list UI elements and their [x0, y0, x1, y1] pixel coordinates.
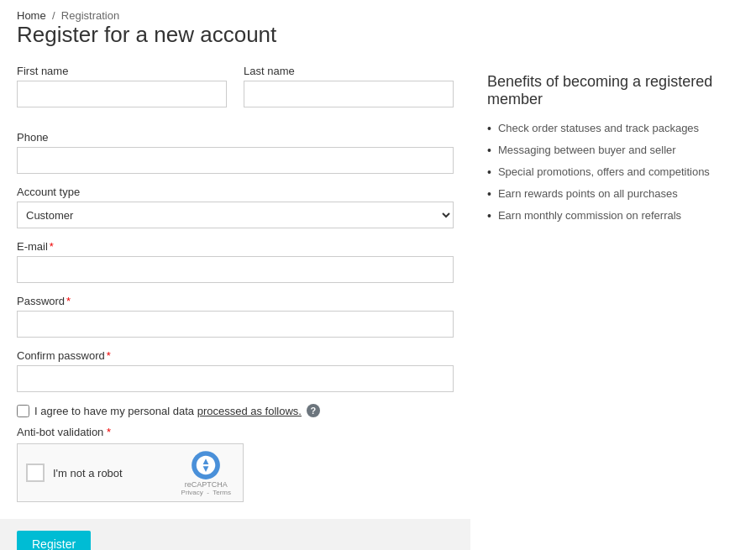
- benefit-item-0: Check order statuses and track packages: [487, 122, 739, 135]
- register-button[interactable]: Register: [17, 531, 91, 550]
- email-label: E-mail*: [17, 240, 454, 253]
- antibot-group: Anti-bot validation * I'm not a robot re…: [17, 426, 454, 502]
- email-group: E-mail*: [17, 240, 454, 283]
- info-icon[interactable]: ?: [307, 404, 320, 417]
- first-name-group: First name: [17, 65, 227, 107]
- phone-label: Phone: [17, 131, 454, 144]
- page-title: Register for a new account: [17, 22, 739, 48]
- last-name-label: Last name: [244, 65, 454, 77]
- account-type-label: Account type: [17, 186, 454, 198]
- account-type-group: Account type Customer Seller: [17, 186, 454, 228]
- agree-label: I agree to have my personal data process…: [34, 405, 302, 417]
- first-name-input[interactable]: [17, 81, 227, 107]
- benefit-item-3: Earn rewards points on all purchases: [487, 187, 739, 201]
- registration-form: First name Last name Phone Account type …: [17, 65, 454, 550]
- register-footer: Register: [0, 519, 470, 550]
- benefit-item-2: Special promotions, offers and competiti…: [487, 165, 739, 179]
- breadcrumb-home-link[interactable]: Home: [17, 9, 46, 22]
- agree-checkbox[interactable]: [17, 405, 29, 417]
- confirm-password-label: Confirm password*: [17, 349, 454, 362]
- benefits-title: Benefits of becoming a registered member: [487, 73, 739, 108]
- confirm-password-group: Confirm password*: [17, 349, 454, 392]
- last-name-input[interactable]: [244, 81, 454, 107]
- recaptcha-logo-icon: [191, 450, 221, 480]
- captcha-text: I'm not a robot: [53, 467, 123, 479]
- password-input[interactable]: [17, 311, 454, 338]
- breadcrumb: Home / Registration: [17, 8, 739, 22]
- agree-row: I agree to have my personal data process…: [17, 404, 454, 417]
- phone-group: Phone: [17, 131, 454, 174]
- password-group: Password*: [17, 295, 454, 338]
- confirm-password-input[interactable]: [17, 365, 454, 392]
- recaptcha-brand: reCAPTCHA: [185, 480, 228, 489]
- captcha-checkbox[interactable]: [26, 464, 45, 482]
- captcha-terms-link[interactable]: Terms: [213, 489, 231, 496]
- captcha-privacy-link[interactable]: Privacy: [181, 489, 203, 496]
- processed-link[interactable]: processed as follows.: [197, 405, 302, 417]
- password-label: Password*: [17, 295, 454, 307]
- phone-input[interactable]: [17, 147, 454, 174]
- benefit-item-1: Messaging between buyer and seller: [487, 144, 739, 157]
- account-type-select[interactable]: Customer Seller: [17, 202, 454, 228]
- benefits-list: Check order statuses and track packagesM…: [487, 122, 739, 223]
- captcha-widget[interactable]: I'm not a robot reCAPTCHA Privacy - Term…: [17, 443, 244, 502]
- last-name-group: Last name: [244, 65, 454, 107]
- benefit-item-4: Earn monthly commission on referrals: [487, 209, 739, 223]
- first-name-label: First name: [17, 65, 227, 77]
- email-input[interactable]: [17, 256, 454, 283]
- benefits-section: Benefits of becoming a registered member…: [487, 65, 739, 231]
